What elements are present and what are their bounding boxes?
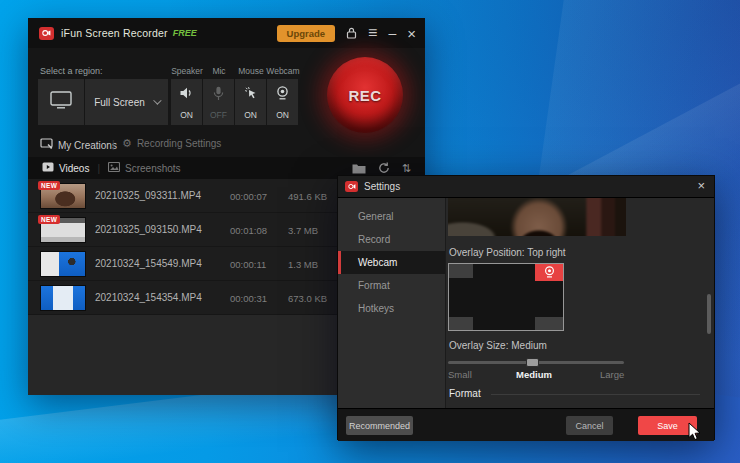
settings-sidebar: General Record Webcam Format Hotkeys [338,198,446,408]
creations-icon [40,138,53,152]
nav-row: My Creations | ⚙ Recording Settings [28,138,425,157]
format-section-divider [491,394,700,395]
overlay-size-slider[interactable] [448,361,624,364]
webcam-state: ON [276,110,289,120]
upgrade-button[interactable]: Upgrade [277,25,336,42]
slider-label-large: Large [600,369,624,380]
open-folder-icon[interactable] [352,163,366,174]
overlay-position-selector [448,263,564,331]
title-bar: iFun Screen Recorder FREE Upgrade ≡ – × [28,18,425,48]
video-name: 20210325_093311.MP4 [95,190,201,201]
tab-separator: | [97,163,100,174]
mouse-toggle[interactable]: ON [235,79,266,125]
position-bottom-left[interactable] [449,317,473,330]
webcam-icon [544,264,555,282]
video-size: 1.3 MB [288,259,318,270]
webcam-icon [276,86,289,100]
webcam-preview [448,198,626,236]
video-name: 20210324_154549.MP4 [95,258,202,269]
mic-state: OFF [210,110,227,120]
video-name: 20210325_093150.MP4 [95,224,202,235]
settings-footer: Recommended Cancel Save [338,408,714,441]
video-size: 3.7 MB [288,225,318,236]
region-dropdown[interactable]: Full Screen [85,79,168,125]
sidebar-item-format[interactable]: Format [338,274,445,297]
sidebar-item-hotkeys[interactable]: Hotkeys [338,297,445,320]
video-size: 673.0 KB [288,293,327,304]
my-creations-tab[interactable]: My Creations [40,138,117,152]
titlebar-controls: Upgrade ≡ – × [277,18,416,48]
position-top-left[interactable] [449,264,473,278]
refresh-icon[interactable] [378,162,390,174]
position-top-right-selected[interactable] [535,264,563,281]
speaker-state: ON [180,110,193,120]
videos-tab-label: Videos [59,163,89,174]
nav-separator: | [112,139,115,150]
recording-settings-tab[interactable]: ⚙ Recording Settings [122,138,221,149]
speaker-icon [179,86,194,100]
settings-title-bar: Settings × [338,176,714,198]
recommended-button[interactable]: Recommended [346,416,413,435]
select-region-label: Select a region: [40,66,103,76]
my-creations-label: My Creations [58,140,117,151]
position-bottom-right[interactable] [535,317,563,330]
sidebar-item-record[interactable]: Record [338,228,445,251]
lock-icon[interactable] [346,27,357,39]
screenshots-tab[interactable]: Screenshots [108,162,181,174]
app-logo-icon [345,181,358,192]
recording-settings-label: Recording Settings [137,138,222,149]
video-duration: 00:00:07 [230,191,267,202]
slider-handle[interactable] [526,358,539,367]
gear-icon: ⚙ [122,138,132,149]
overlay-position-label: Overlay Position: Top right [449,247,566,258]
close-icon[interactable]: × [697,178,705,193]
video-thumbnail: NEW [40,217,86,243]
videos-tab[interactable]: Videos [42,162,89,174]
video-thumbnail [40,285,86,311]
settings-dialog: Settings × General Record Webcam Format … [337,175,715,440]
rec-button-label: REC [348,87,381,104]
close-icon[interactable]: × [407,26,416,41]
mouse-state: ON [244,110,257,120]
video-size: 491.6 KB [288,191,327,202]
region-value: Full Screen [94,97,145,108]
minimize-icon[interactable]: – [388,26,396,40]
video-thumbnail: NEW [40,183,86,209]
video-icon [42,162,54,174]
edition-badge: FREE [173,28,197,38]
screenshots-tab-label: Screenshots [125,163,181,174]
speaker-toggle[interactable]: ON [171,79,202,125]
save-button[interactable]: Save [638,416,697,435]
video-duration: 00:00:31 [230,293,267,304]
app-title: iFun Screen Recorder [61,27,168,39]
menu-icon[interactable]: ≡ [368,25,377,41]
slider-label-small: Small [448,369,472,380]
webcam-label: Webcam [263,66,303,76]
rec-button[interactable]: REC [327,57,403,133]
app-logo-icon [39,27,54,40]
overlay-size-label: Overlay Size: Medium [449,340,547,351]
sidebar-item-webcam[interactable]: Webcam [338,251,445,274]
settings-title: Settings [364,181,400,192]
new-badge: NEW [38,181,60,190]
mic-toggle[interactable]: OFF [203,79,234,125]
video-duration: 00:01:08 [230,225,267,236]
video-duration: 00:00:11 [230,259,266,270]
new-badge: NEW [38,215,60,224]
webcam-toggle[interactable]: ON [267,79,298,125]
mouse-click-icon [244,86,258,100]
settings-scrollbar[interactable] [707,294,711,334]
library-actions: ⇅ [352,162,411,174]
video-thumbnail [40,251,86,277]
slider-label-medium: Medium [516,369,552,380]
sidebar-item-general[interactable]: General [338,205,445,228]
sort-icon[interactable]: ⇅ [402,163,411,174]
image-icon [108,162,120,174]
region-monitor-button[interactable] [38,79,84,125]
chevron-down-icon [153,96,161,104]
monitor-icon [50,91,72,113]
cancel-button[interactable]: Cancel [566,416,613,435]
webcam-preview-image [448,198,626,236]
mic-icon [213,86,224,101]
video-name: 20210324_154354.MP4 [95,292,202,303]
